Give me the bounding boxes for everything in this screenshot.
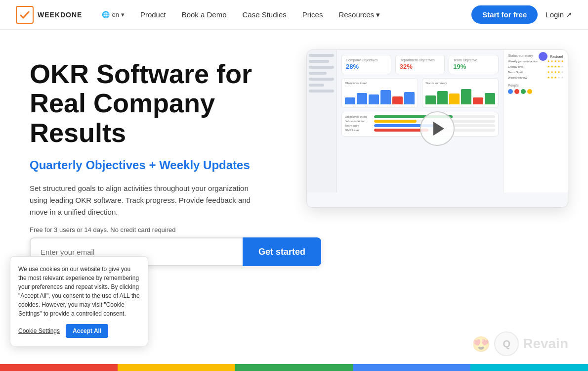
avatar xyxy=(539,52,547,61)
sidebar-item xyxy=(309,84,324,87)
person-avatar xyxy=(514,89,519,94)
bar-green xyxy=(235,364,353,371)
hero-title: OKR Software for Real Company Results xyxy=(30,59,296,147)
bar-cyan xyxy=(470,364,588,371)
star-label-3: Team Spirit xyxy=(508,71,523,74)
prog-row-1: Objectives linked xyxy=(345,115,495,118)
star-icon: ★ xyxy=(547,70,550,74)
dashboard-preview: Rachael Compa xyxy=(306,49,568,208)
bar xyxy=(404,92,415,104)
sidebar-item xyxy=(309,90,334,93)
revain-text: Revain xyxy=(523,336,568,352)
star-row-2: Energy level ★ ★ ★ ★ ★ xyxy=(508,65,564,69)
bottom-color-bars xyxy=(0,364,588,371)
bar xyxy=(392,96,403,104)
star-icon: ★ xyxy=(550,76,553,80)
stat-team-value: 19% xyxy=(453,63,466,70)
mini-bars-2 xyxy=(425,87,495,104)
right-panel: Status summary Weekly job satisfaction ★… xyxy=(504,50,568,192)
stars-4: ★ ★ ★ ★ ★ xyxy=(547,76,564,80)
chevron-down-icon: ▾ xyxy=(376,10,380,19)
charts-row: Objectives linked Status sum xyxy=(341,78,499,108)
logo-icon xyxy=(16,6,34,24)
logo-svg xyxy=(19,9,30,20)
star-icon: ★ xyxy=(554,70,557,74)
user-name: Rachael xyxy=(550,55,563,58)
person-avatar xyxy=(508,89,513,94)
stats-row: Company Objectives 28% Department Object… xyxy=(341,55,499,74)
globe-icon: 🌐 xyxy=(102,11,110,18)
navbar: WEEKDONE 🌐 en ▾ Product Book a Demo Case… xyxy=(0,0,588,30)
prog-label-3: Team spirit xyxy=(345,124,372,127)
nav-prices[interactable]: Prices xyxy=(302,10,323,19)
sidebar-item xyxy=(309,66,334,69)
star-icon: ★ xyxy=(557,65,560,69)
bar-red xyxy=(0,364,118,371)
chart-block-2: Status summary xyxy=(422,78,499,108)
star-label-2: Energy level xyxy=(508,65,524,68)
star-icon: ★ xyxy=(547,76,550,80)
bar xyxy=(449,93,460,104)
sidebar-item xyxy=(309,78,334,81)
star-row-4: Weekly review ★ ★ ★ ★ ★ xyxy=(508,76,564,80)
star-icon: ★ xyxy=(550,70,553,74)
star-icon: ★ xyxy=(547,65,550,69)
sidebar-item xyxy=(309,72,327,75)
sidebar-item xyxy=(309,60,329,63)
bar xyxy=(369,94,379,104)
login-button[interactable]: Login ↗ xyxy=(546,10,572,19)
nav-links: Product Book a Demo Case Studies Prices … xyxy=(140,10,471,19)
dashboard-content: Company Objectives 28% Department Object… xyxy=(336,50,504,192)
accept-all-button[interactable]: Accept All xyxy=(66,324,108,338)
get-started-button[interactable]: Get started xyxy=(243,237,321,266)
star-label-1: Weekly job satisfaction xyxy=(508,60,538,63)
sidebar-item xyxy=(309,54,334,57)
bar-blue xyxy=(353,364,470,371)
hero-subtitle: Quarterly Objectives + Weekly Updates xyxy=(30,157,296,173)
prog-row-2: Job satisfaction xyxy=(345,120,495,123)
star-row-3: Team Spirit ★ ★ ★ ★ ★ xyxy=(508,70,564,74)
bar xyxy=(357,93,367,104)
bar xyxy=(425,95,436,104)
stars-3: ★ ★ ★ ★ ★ xyxy=(547,70,564,74)
start-for-free-button[interactable]: Start for free xyxy=(471,5,538,24)
bar xyxy=(380,90,391,104)
prog-label-2: Job satisfaction xyxy=(345,120,372,123)
language-selector[interactable]: 🌐 en ▾ xyxy=(102,11,124,18)
cookie-actions: Cookie Settings Accept All xyxy=(18,324,140,338)
people-title: People xyxy=(508,84,564,87)
star-icon-empty: ★ xyxy=(557,76,560,80)
hero-right: Rachael Compa xyxy=(296,49,568,218)
revain-q: Q xyxy=(503,338,510,350)
nav-resources[interactable]: Resources ▾ xyxy=(338,10,380,19)
chart-title: Objectives linked xyxy=(345,82,415,85)
bar-yellow xyxy=(118,364,235,371)
dashboard-sidebar xyxy=(307,50,336,192)
star-icon-empty: ★ xyxy=(561,70,564,74)
star-icon: ★ xyxy=(557,70,560,74)
lang-label: en xyxy=(112,11,119,18)
bar xyxy=(437,91,448,104)
stat-company-value: 28% xyxy=(346,63,359,70)
logo[interactable]: WEEKDONE xyxy=(16,6,82,24)
star-icon-empty: ★ xyxy=(561,76,564,80)
emoji-hearts-icon: 😍 xyxy=(472,335,490,353)
cta-free-label: Free for 3 users or 14 days. No credit c… xyxy=(30,226,558,233)
bar xyxy=(485,93,495,104)
nav-case-studies[interactable]: Case Studies xyxy=(243,10,287,19)
stat-department: Department Objectives 32% xyxy=(395,55,445,74)
play-button[interactable] xyxy=(420,111,455,146)
hero-left: OKR Software for Real Company Results Qu… xyxy=(30,54,296,218)
cookie-settings-button[interactable]: Cookie Settings xyxy=(18,327,60,334)
nav-book-demo[interactable]: Book a Demo xyxy=(182,10,227,19)
hero-section: OKR Software for Real Company Results Qu… xyxy=(0,30,588,218)
nav-product[interactable]: Product xyxy=(140,10,166,19)
chart-block-1: Objectives linked xyxy=(341,78,418,108)
star-icon: ★ xyxy=(554,65,557,69)
hero-description: Set structured goals to align activities… xyxy=(30,183,267,218)
stat-dept-value: 32% xyxy=(400,63,413,70)
bar xyxy=(461,89,471,104)
person-avatar xyxy=(521,89,526,94)
chart-title-2: Status summary xyxy=(425,82,495,85)
prog-label-4: GMF Level xyxy=(345,129,372,132)
